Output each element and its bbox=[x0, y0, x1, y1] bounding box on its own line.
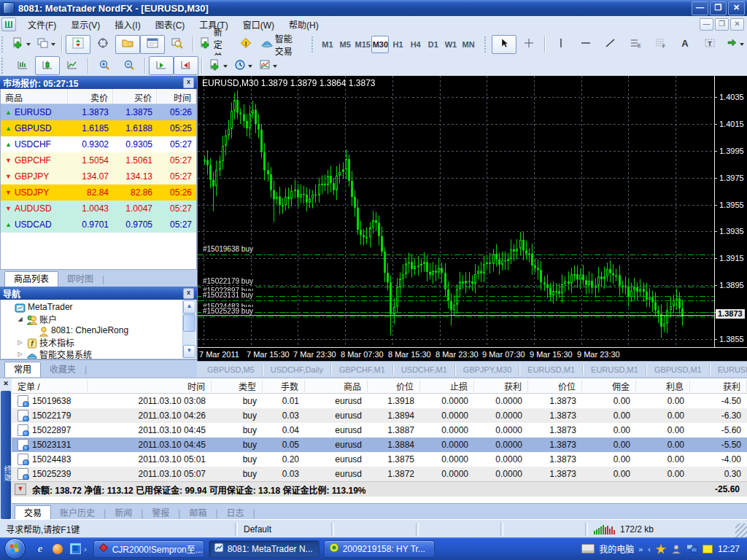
mw-column-2[interactable]: 买价 bbox=[113, 89, 157, 104]
order-row-15025239[interactable]: 150252392011.03.10 05:07buy0.03eurusd1.3… bbox=[12, 467, 747, 481]
horizontal-line-button[interactable] bbox=[573, 35, 598, 54]
new-chart-dropdown-icon[interactable] bbox=[26, 43, 31, 48]
text-label-button[interactable]: T bbox=[697, 35, 722, 54]
orders-column-4[interactable]: 商品 bbox=[305, 380, 368, 392]
timeframe-h1[interactable]: H1 bbox=[389, 36, 406, 53]
menu-图表C[interactable]: 图表(C) bbox=[148, 18, 193, 33]
orders-column-10[interactable]: 利息 bbox=[636, 380, 690, 392]
quote-row-eurusd[interactable]: ▲EURUSD1.38731.387505:26 bbox=[1, 104, 196, 120]
taskbar-task-1[interactable]: 8081: MetaTrader N... bbox=[209, 540, 320, 558]
profiles-button[interactable] bbox=[34, 35, 58, 54]
terminal-tab-2[interactable]: 新闻 bbox=[106, 506, 141, 521]
tray-input-icon[interactable] bbox=[703, 545, 713, 553]
expert-advisors-button[interactable]: 智能交易 bbox=[258, 35, 301, 54]
zoom-in-button[interactable] bbox=[92, 56, 117, 75]
timeframe-w1[interactable]: W1 bbox=[442, 36, 460, 53]
orders-column-7[interactable]: 获利 bbox=[474, 380, 528, 392]
menu-插入I[interactable]: 插入(I) bbox=[107, 18, 147, 33]
navigator-scrollbar[interactable]: ▲ ▼ bbox=[182, 300, 196, 358]
new-chart-button[interactable] bbox=[9, 35, 34, 54]
time-axis[interactable]: 7 Mar 20117 Mar 15:307 Mar 23:308 Mar 07… bbox=[198, 347, 747, 362]
taskbar-task-0[interactable]: CJR2000!Sempron至... bbox=[93, 540, 204, 558]
orders-column-1[interactable]: 时间 bbox=[88, 380, 212, 392]
terminal-tab-4[interactable]: 邮箱 bbox=[180, 506, 215, 521]
expander-collapsed-icon[interactable]: ▷ bbox=[17, 351, 23, 357]
text-button[interactable]: A bbox=[673, 35, 697, 54]
arrows-dropdown-icon[interactable] bbox=[740, 43, 744, 48]
market-watch-toggle-button[interactable] bbox=[66, 35, 90, 54]
line-chart-button[interactable] bbox=[60, 56, 85, 75]
market-watch-close-icon[interactable]: x bbox=[183, 77, 194, 88]
navigator-toggle-button[interactable] bbox=[115, 35, 140, 54]
order-row-15023131[interactable]: 150231312011.03.10 04:45buy0.05eurusd1.3… bbox=[12, 438, 747, 452]
scrollbar-thumb[interactable] bbox=[183, 314, 196, 332]
data-window-toggle-button[interactable] bbox=[90, 35, 115, 54]
chart-tab-2[interactable]: GBPCHF,M1 bbox=[332, 365, 392, 374]
mw-column-3[interactable]: 时间 bbox=[157, 89, 196, 104]
start-button[interactable] bbox=[4, 538, 26, 559]
chart-mdi-icon[interactable] bbox=[1, 18, 16, 31]
candlesticks-button[interactable] bbox=[35, 56, 60, 75]
chart-tab-1[interactable]: USDCHF,Daily bbox=[263, 365, 330, 374]
cycle-lines-button[interactable]: F bbox=[648, 35, 673, 54]
navigator-tab-0[interactable]: 常用 bbox=[4, 362, 41, 377]
timeframe-m5[interactable]: M5 bbox=[336, 36, 354, 53]
quote-row-usdjpy[interactable]: ▼USDJPY82.8482.8605:26 bbox=[1, 184, 196, 201]
chart-tab-4[interactable]: GBPJPY,M30 bbox=[456, 365, 519, 374]
media-quicklaunch-icon[interactable] bbox=[51, 542, 64, 556]
quote-row-gbpjpy[interactable]: ▼GBPJPY134.07134.1305:27 bbox=[1, 168, 196, 184]
terminal-toggle-button[interactable] bbox=[140, 35, 165, 54]
mdi-close-button[interactable]: ✕ bbox=[730, 18, 744, 31]
nav-item-4[interactable]: ▷智能交易系统 bbox=[2, 348, 196, 359]
menu-显示V[interactable]: 显示(V) bbox=[63, 18, 107, 33]
taskbar-clock[interactable]: 12:27 bbox=[718, 544, 740, 554]
expander-expanded-icon[interactable]: ◢ bbox=[17, 316, 23, 322]
mw-column-1[interactable]: 卖价 bbox=[68, 89, 113, 104]
cursor-button[interactable] bbox=[492, 35, 516, 54]
orders-column-8[interactable]: 价位 bbox=[528, 380, 582, 392]
terminal-tab-1[interactable]: 账户历史 bbox=[51, 506, 104, 521]
ie-quicklaunch-icon[interactable]: e bbox=[34, 542, 47, 556]
order-row-15022897[interactable]: 150228972011.03.10 04:45buy0.04eurusd1.3… bbox=[12, 423, 747, 438]
maximize-button[interactable]: ❐ bbox=[710, 1, 727, 15]
templates-dropdown-icon[interactable] bbox=[273, 65, 277, 70]
templates-button[interactable] bbox=[255, 56, 280, 75]
nav-item-0[interactable]: MetaTrader bbox=[2, 301, 196, 313]
timeframe-h4[interactable]: H4 bbox=[407, 36, 425, 53]
order-row-15019638[interactable]: 150196382011.03.10 03:08buy0.01eurusd1.3… bbox=[12, 394, 747, 408]
chart-tab-5[interactable]: EURUSD,M1 bbox=[520, 365, 582, 374]
trendline-button[interactable] bbox=[598, 35, 623, 54]
bar-chart-button[interactable] bbox=[10, 56, 35, 75]
terminal-tab-3[interactable]: 警报 bbox=[143, 506, 178, 521]
profiles-dropdown-icon[interactable] bbox=[51, 43, 55, 48]
tray-collapse-icon[interactable]: ‹ bbox=[648, 545, 651, 553]
metaeditor-button[interactable]: ! bbox=[233, 35, 258, 54]
mdi-minimize-button[interactable]: — bbox=[700, 18, 713, 31]
status-profile[interactable]: Default bbox=[238, 524, 331, 534]
expander-collapsed-icon[interactable]: ▷ bbox=[17, 339, 23, 346]
orders-column-2[interactable]: 类型 bbox=[212, 380, 263, 392]
orders-column-5[interactable]: 价位 bbox=[368, 380, 420, 392]
mw-column-0[interactable]: 商品 bbox=[1, 89, 68, 104]
my-computer-label[interactable]: 我的电脑 bbox=[599, 542, 634, 555]
crosshair-button[interactable] bbox=[516, 35, 541, 54]
indicators-button[interactable] bbox=[206, 56, 231, 75]
scroll-up-icon[interactable]: ▲ bbox=[183, 300, 196, 314]
price-chart[interactable] bbox=[198, 76, 714, 347]
tray-network-icon[interactable] bbox=[686, 544, 697, 553]
indicators-dropdown-icon[interactable] bbox=[223, 65, 228, 70]
navigator-close-icon[interactable]: x bbox=[183, 288, 194, 299]
chart-tab-8[interactable]: EURUSD,M bbox=[711, 365, 747, 374]
chart-tab-7[interactable]: GBPUSD,M1 bbox=[647, 365, 709, 374]
timeframe-d1[interactable]: D1 bbox=[425, 36, 442, 53]
auto-scroll-button[interactable] bbox=[149, 56, 174, 75]
quote-row-usdcad[interactable]: ▲USDCAD0.97010.970505:27 bbox=[1, 217, 196, 233]
orders-column-3[interactable]: 手数 bbox=[263, 380, 305, 392]
menu-帮助H[interactable]: 帮助(H) bbox=[282, 18, 326, 33]
price-axis[interactable]: 1.40351.40151.39951.39751.39551.39351.39… bbox=[714, 76, 747, 347]
timeframe-mn[interactable]: MN bbox=[460, 36, 477, 53]
tray-star-icon[interactable] bbox=[656, 544, 666, 554]
order-row-15024483[interactable]: 150244832011.03.10 05:01buy0.20eurusd1.3… bbox=[12, 452, 747, 467]
quicklaunch-expand-icon[interactable]: › bbox=[84, 545, 87, 553]
chart-tab-6[interactable]: EURUSD,M1 bbox=[584, 365, 646, 374]
